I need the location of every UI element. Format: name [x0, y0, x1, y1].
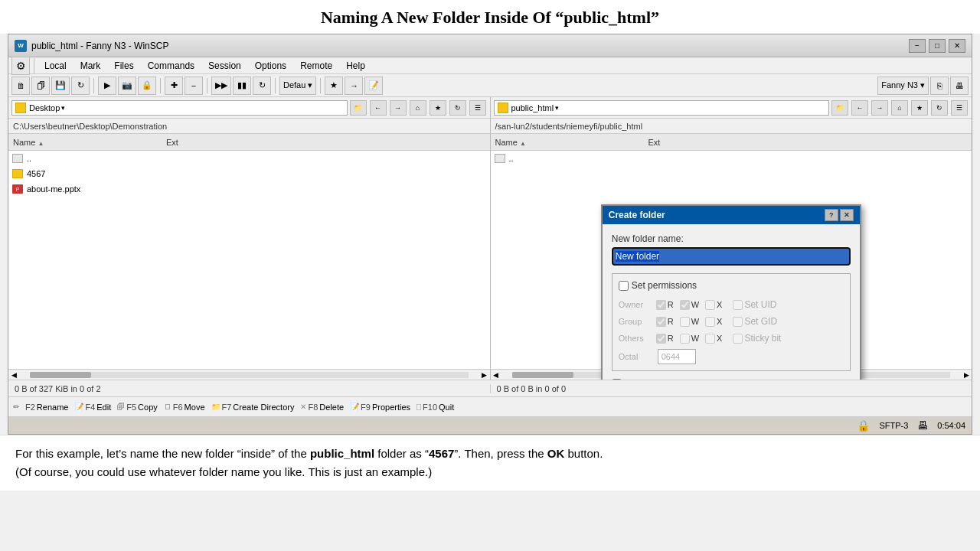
toolbar-print[interactable]: 🖶: [950, 77, 969, 95]
toolbar-btn-8[interactable]: ✚: [165, 77, 183, 95]
instruction-area: For this example, let’s name the new fol…: [0, 435, 980, 491]
profile-dropdown[interactable]: Defau ▾: [279, 77, 316, 95]
owner-r-label: R: [668, 300, 674, 309]
f7-key: F7: [222, 403, 232, 412]
left-file-4567[interactable]: 4567: [8, 166, 490, 181]
left-scroll-left[interactable]: ◀: [8, 371, 19, 379]
dialog-overlay: Create folder ? ✕ New folder name:: [491, 97, 972, 380]
toolbar-btn-10[interactable]: ▶▶: [211, 77, 231, 95]
f2-key: F2: [25, 403, 35, 412]
winscp-app-icon: W: [15, 40, 27, 52]
user-dropdown[interactable]: Fanny N3 ▾: [877, 77, 929, 95]
octal-row: Octal: [619, 349, 844, 364]
left-panel-path[interactable]: Desktop ▾: [11, 100, 348, 116]
menu-help[interactable]: Help: [340, 59, 371, 73]
left-nav-refresh[interactable]: ↻: [449, 100, 466, 116]
setuid-label: Set UID: [744, 299, 776, 310]
f4-label: Edit: [96, 403, 111, 412]
f4-key: F4: [85, 403, 95, 412]
parent-folder-icon: [11, 153, 24, 164]
f8-key: F8: [308, 403, 318, 412]
menu-mark[interactable]: Mark: [74, 59, 107, 73]
f5-icon: 🗐: [117, 403, 125, 411]
cmd-f10[interactable]: ⎕ F10 Quit: [416, 403, 454, 412]
toolbar-btn-4[interactable]: ↻: [71, 77, 90, 95]
toolbar-keyboard[interactable]: ⎘: [930, 77, 949, 95]
dialog-title-bar: Create folder ? ✕: [603, 206, 860, 224]
menu-session[interactable]: Session: [202, 59, 247, 73]
f6-key: F6: [173, 403, 183, 412]
cmd-f9[interactable]: 📝 F9 Properties: [350, 403, 410, 412]
toolbar-btn-13[interactable]: ★: [325, 77, 343, 95]
close-button[interactable]: ✕: [949, 39, 965, 53]
left-nav-back[interactable]: ←: [370, 100, 387, 116]
cmd-f5[interactable]: 🗐 F5 Copy: [117, 403, 158, 412]
menu-files[interactable]: Files: [108, 59, 139, 73]
group-w-checkbox: [680, 317, 690, 327]
create-folder-dialog: Create folder ? ✕ New folder name:: [601, 204, 861, 380]
left-nav-bookmark[interactable]: ★: [430, 100, 446, 116]
menu-options[interactable]: Options: [249, 59, 292, 73]
menu-local[interactable]: Local: [38, 59, 73, 73]
left-file-about-me[interactable]: P about-me.pptx: [8, 181, 490, 197]
group-row: Group R W: [619, 314, 844, 329]
menu-commands[interactable]: Commands: [142, 59, 201, 73]
others-r-label: R: [668, 334, 674, 343]
left-col-name[interactable]: Name ▲: [10, 138, 163, 147]
owner-w-label: W: [691, 300, 699, 309]
left-col-ext[interactable]: Ext: [163, 138, 488, 147]
toolbar-btn-7[interactable]: 🔒: [138, 77, 156, 95]
use-settings-checkbox[interactable]: [612, 379, 622, 380]
cmd-f4[interactable]: 📝 F4 Edit: [74, 403, 111, 412]
group-x-checkbox: [705, 317, 715, 327]
left-nav-fwd[interactable]: →: [390, 100, 407, 116]
sort-arrow-name: ▲: [38, 140, 44, 147]
cmd-f8[interactable]: ✕ F8 Delete: [300, 403, 344, 412]
f10-label: Quit: [439, 403, 454, 412]
toolbar-btn-9[interactable]: −: [185, 77, 203, 95]
gear-menu-button[interactable]: ⚙: [11, 57, 30, 75]
f2-label: Rename: [37, 403, 69, 412]
f5-key: F5: [126, 403, 136, 412]
left-file-parent[interactable]: ..: [8, 151, 490, 166]
left-scroll-right[interactable]: ▶: [479, 371, 490, 379]
left-scrollbar-h[interactable]: ◀ ▶: [8, 369, 490, 380]
toolbar-btn-11[interactable]: ▮▮: [233, 77, 251, 95]
maximize-button[interactable]: □: [929, 39, 946, 53]
folder-name-input[interactable]: [612, 247, 851, 266]
dialog-help-icon[interactable]: ?: [825, 209, 838, 221]
others-w-label: W: [691, 334, 699, 343]
toolbar-btn-6[interactable]: 📷: [118, 77, 136, 95]
toolbar-btn-3[interactable]: 💾: [51, 77, 70, 95]
f5-label: Copy: [138, 403, 158, 412]
use-settings-label: Use same settings next time: [625, 380, 730, 380]
toolbar-btn-12[interactable]: ↻: [253, 77, 271, 95]
dialog-close-button[interactable]: ✕: [840, 209, 854, 221]
left-panel: Desktop ▾ 📁 ← → ⌂ ★ ↻ ☰ C:\Users\beutner…: [8, 97, 491, 380]
setgid-checkbox: [733, 317, 743, 327]
time-display: 0:54:04: [937, 421, 965, 430]
group-r-group: R: [656, 317, 674, 327]
folder-name-label: New folder name:: [612, 233, 851, 244]
toolbar-btn-5[interactable]: ▶: [98, 77, 116, 95]
toolbar-btn-1[interactable]: 🗎: [11, 77, 30, 95]
left-panel-path-text: Desktop: [29, 103, 60, 112]
left-nav-tree[interactable]: ☰: [469, 100, 486, 116]
toolbar-btn-2[interactable]: 🗍: [31, 77, 50, 95]
set-permissions-label: Set permissions: [632, 280, 697, 291]
lock-icon: 🔒: [857, 419, 870, 432]
left-nav-up[interactable]: 📁: [350, 100, 367, 116]
left-nav-home[interactable]: ⌂: [410, 100, 426, 116]
cmd-f2[interactable]: F2 Rename: [25, 403, 68, 412]
cmd-f6[interactable]: 🗌 F6 Move: [164, 403, 205, 412]
cmd-f7[interactable]: 📁 F7 Create Directory: [211, 403, 295, 412]
set-permissions-checkbox[interactable]: [619, 281, 629, 291]
toolbar-btn-15[interactable]: 📝: [364, 77, 383, 95]
left-file-list: .. 4567 P about-me.pptx: [8, 151, 490, 369]
minimize-button[interactable]: −: [909, 39, 926, 53]
group-x-label: X: [717, 317, 722, 326]
toolbar-btn-14[interactable]: →: [345, 77, 363, 95]
sticky-group: Sticky bit: [733, 333, 781, 344]
menu-remote[interactable]: Remote: [294, 59, 338, 73]
status-bar: 0 B of 327 KiB in 0 of 2 0 B of 0 B in 0…: [8, 380, 972, 397]
